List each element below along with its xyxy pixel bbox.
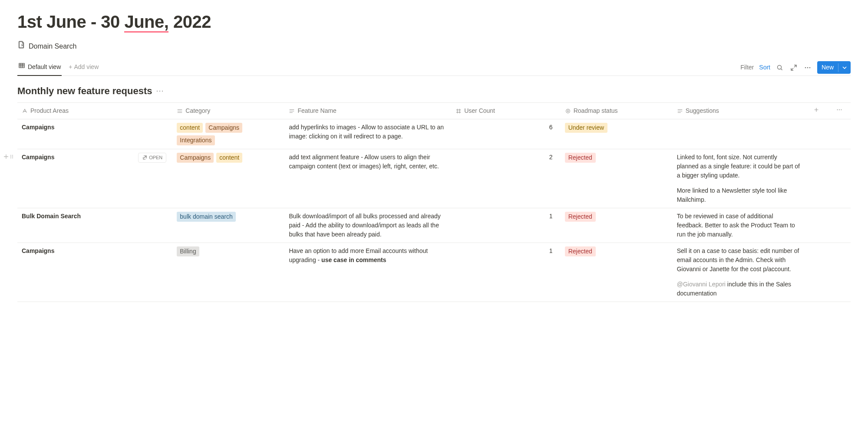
new-button-label: New — [817, 61, 838, 74]
tab-label: Default view — [28, 62, 61, 72]
add-row-icon[interactable] — [3, 153, 9, 162]
page-title-post: 2022 — [168, 12, 211, 31]
plus-icon: + — [69, 62, 72, 72]
category-tag: Billing — [177, 246, 199, 256]
svg-point-7 — [838, 109, 839, 110]
product-area-name: Bulk Domain Search — [22, 212, 81, 221]
feature-name-text: Have an option to add more Email account… — [289, 246, 447, 265]
column-roadmap-status[interactable]: Roadmap status — [561, 103, 673, 119]
linked-database-link[interactable]: Domain Search — [17, 41, 851, 52]
feature-name-text: Bulk download/import of all bulks proces… — [289, 212, 447, 239]
feature-name-text: add text alignment feature - Allow users… — [289, 153, 447, 171]
new-button[interactable]: New — [817, 61, 851, 74]
column-label: User Count — [464, 106, 495, 115]
svg-point-5 — [567, 110, 569, 112]
more-icon — [836, 107, 842, 113]
drag-handle-icon[interactable] — [9, 153, 14, 162]
column-label: Product Areas — [30, 106, 69, 115]
title-property-icon — [22, 108, 28, 114]
column-product-areas[interactable]: Product Areas — [17, 103, 172, 119]
svg-point-14 — [12, 158, 13, 158]
open-label: OPEN — [149, 154, 162, 161]
page-title: 1st June - 30 June, 2022 — [17, 9, 851, 35]
table-row[interactable]: Campaigns OPEN Campaigns content add tex… — [17, 149, 851, 208]
column-label: Suggestions — [686, 106, 719, 115]
category-tag: Campaigns — [205, 123, 242, 133]
category-tag: bulk domain search — [177, 212, 235, 222]
status-pill: Under review — [565, 123, 607, 133]
suggestion-text: Sell it on a case to case basis: edit nu… — [677, 246, 800, 298]
column-suggestions[interactable]: Suggestions — [673, 103, 805, 119]
views-bar: Default view + Add view Filter Sort New — [17, 59, 851, 76]
expand-icon[interactable] — [789, 63, 798, 72]
svg-point-11 — [10, 156, 11, 157]
page-title-underlined: June, — [124, 12, 168, 33]
multiselect-property-icon — [177, 108, 183, 114]
svg-point-8 — [841, 109, 842, 110]
svg-point-3 — [809, 67, 811, 68]
row-gutter — [3, 153, 14, 162]
svg-point-12 — [12, 156, 13, 157]
user-count-value: 2 — [451, 149, 560, 208]
product-area-name: Campaigns — [22, 153, 54, 162]
category-tag: content — [216, 153, 242, 163]
database-title-menu-icon[interactable]: ⋯ — [156, 85, 165, 97]
svg-point-6 — [837, 109, 838, 110]
svg-point-1 — [805, 67, 806, 68]
table-icon — [18, 62, 25, 72]
add-view-label: Add view — [74, 62, 99, 72]
filter-button[interactable]: Filter — [740, 63, 754, 72]
more-icon[interactable] — [803, 63, 812, 72]
svg-point-13 — [10, 158, 11, 158]
text-property-icon — [677, 108, 683, 114]
column-label: Feature Name — [297, 106, 336, 115]
svg-point-9 — [10, 155, 11, 156]
feature-name-text: add hyperlinks to images - Allow to asso… — [289, 123, 447, 141]
add-view-button[interactable]: + Add view — [66, 60, 99, 75]
search-icon[interactable] — [776, 63, 784, 72]
column-feature-name[interactable]: Feature Name — [284, 103, 451, 119]
number-property-icon — [455, 108, 462, 114]
add-column-button[interactable] — [805, 103, 828, 119]
suggestion-text: Linked to font, font size. Not currently… — [677, 153, 800, 204]
column-user-count[interactable]: User Count — [451, 103, 560, 119]
plus-icon — [813, 107, 819, 113]
feature-requests-table: Product Areas Category Feature Name — [17, 102, 851, 302]
sort-button[interactable]: Sort — [759, 63, 770, 72]
category-tag: content — [177, 123, 203, 133]
text-property-icon — [289, 108, 295, 114]
status-pill: Rejected — [565, 153, 596, 163]
open-page-button[interactable]: OPEN — [138, 153, 166, 163]
user-mention[interactable]: @Giovanni Lepori — [677, 281, 726, 288]
open-icon — [142, 155, 147, 160]
page-icon — [17, 41, 25, 52]
table-row[interactable]: Campaigns Billing Have an option to add … — [17, 243, 851, 302]
svg-point-0 — [777, 65, 781, 69]
category-tag: Campaigns — [177, 153, 214, 163]
new-button-dropdown[interactable] — [838, 63, 851, 72]
product-area-name: Campaigns — [22, 123, 54, 132]
linked-database-name: Domain Search — [29, 41, 76, 52]
svg-point-2 — [807, 67, 809, 68]
column-label: Roadmap status — [574, 106, 618, 115]
category-tag: Integrations — [177, 135, 215, 145]
status-pill: Rejected — [565, 246, 596, 256]
column-category[interactable]: Category — [172, 103, 284, 119]
status-pill: Rejected — [565, 212, 596, 222]
column-label: Category — [185, 106, 210, 115]
database-title[interactable]: Monthly new feature requests — [17, 84, 152, 98]
user-count-value: 1 — [451, 243, 560, 302]
table-row[interactable]: Bulk Domain Search bulk domain search Bu… — [17, 208, 851, 243]
product-area-name: Campaigns — [22, 246, 54, 256]
user-count-value: 6 — [451, 119, 560, 149]
tab-default-view[interactable]: Default view — [17, 59, 62, 76]
suggestion-text: To be reviewed in case of additional fee… — [677, 212, 800, 239]
svg-point-10 — [12, 155, 13, 156]
page-title-pre: 1st June - 30 — [17, 12, 124, 31]
column-menu-button[interactable] — [828, 103, 851, 119]
user-count-value: 1 — [451, 208, 560, 243]
status-property-icon — [565, 108, 571, 114]
table-row[interactable]: Campaigns content Campaigns Integrations… — [17, 119, 851, 149]
